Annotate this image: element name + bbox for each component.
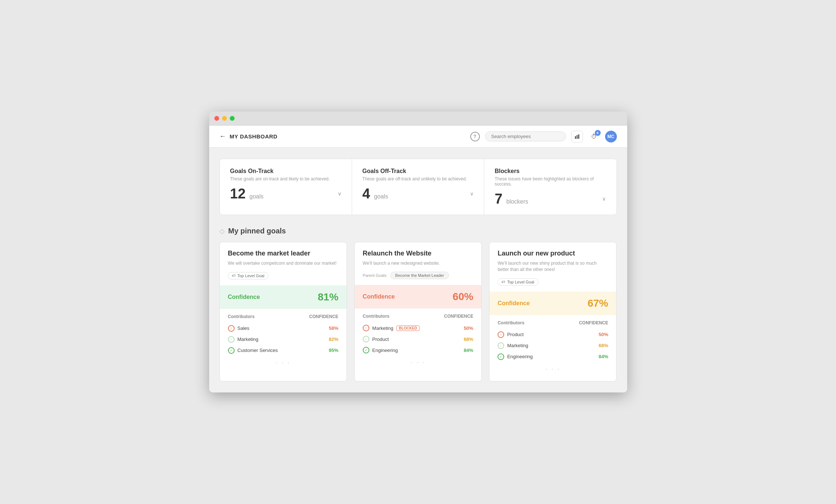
on-track-desc: These goals are on-track and likely to b…: [230, 176, 341, 181]
blockers-bottom: 7 blockers ∨: [495, 192, 606, 206]
off-track-count: 4 goals: [362, 187, 388, 201]
goal-title-3: Launch our new product: [498, 250, 608, 257]
status-icon-green-light: ✓: [498, 342, 504, 349]
contributor-left: ! Sales: [228, 325, 250, 332]
svg-rect-0: [575, 136, 576, 139]
blockers-chevron[interactable]: ∨: [602, 196, 606, 202]
goal-card-market-leader: Become the market leader We will overtak…: [219, 242, 347, 381]
notification-badge: 8: [595, 130, 601, 136]
off-track-title: Goals Off-Track: [362, 168, 474, 175]
goal-tag-3[interactable]: 🏷 Top Level Goal: [498, 278, 538, 286]
on-track-title: Goals On-Track: [230, 168, 341, 175]
contributor-left: ✓ Marketing: [228, 336, 259, 343]
chart-icon: [575, 134, 580, 139]
contributor-row: ✓ Marketing 82%: [228, 334, 338, 345]
svg-rect-1: [576, 135, 577, 139]
contributor-left: ✓ Marketing: [498, 342, 528, 349]
summary-card-blockers[interactable]: Blockers These issues have been highligh…: [484, 159, 616, 215]
confidence-label-2: Confidence: [363, 293, 395, 300]
contributor-left: ✓ Product: [363, 336, 389, 342]
avatar[interactable]: MC: [605, 131, 617, 142]
confidence-label-3: Confidence: [498, 300, 530, 307]
contributor-row: ! Product 50%: [498, 329, 608, 340]
goal-desc-3: We'll launch our new shiny product that …: [498, 260, 608, 273]
goal-card-relaunch-website: Relaunch the Website We'll launch a new …: [354, 242, 482, 381]
contributor-row: ✓ Engineering 84%: [498, 351, 608, 362]
status-icon-green: ✓: [363, 347, 369, 353]
goal-desc-1: We will overtake competicom and dominate…: [228, 260, 338, 267]
search-box: [485, 131, 566, 141]
contributor-left: ✓ Engineering: [498, 353, 533, 360]
summary-card-on-track[interactable]: Goals On-Track These goals are on-track …: [220, 159, 352, 215]
off-track-desc: These goals are off-track and unlikely t…: [362, 176, 474, 181]
tag-icon-1: 🏷: [232, 274, 236, 278]
status-icon-orange: !: [363, 325, 369, 331]
confidence-pct-1: 81%: [318, 291, 338, 303]
more-dots-3: · · ·: [498, 362, 608, 376]
contributor-left: ! Product: [498, 331, 524, 338]
notification-button[interactable]: ⏱ 8: [588, 131, 600, 142]
contributor-row: ✓ Engineering 84%: [363, 345, 473, 356]
status-icon-orange: !: [498, 331, 504, 338]
on-track-bottom: 12 goals ∨: [230, 187, 341, 201]
pin-icon: ◇: [219, 227, 225, 235]
contributor-row: ! Marketing BLOCKED 50%: [363, 323, 473, 334]
goal-tag-1[interactable]: 🏷 Top Level Goal: [228, 272, 268, 279]
contributor-row: ! Sales 58%: [228, 323, 338, 334]
tag-icon-3: 🏷: [502, 280, 505, 284]
on-track-count: 12 goals: [230, 187, 264, 201]
goal-card-new-product: Launch our new product We'll launch our …: [489, 242, 617, 381]
goal-card-top-2: Relaunch the Website We'll launch a new …: [355, 242, 481, 285]
header-left: ← MY DASHBOARD: [219, 133, 470, 140]
summary-card-off-track[interactable]: Goals Off-Track These goals are off-trac…: [352, 159, 484, 215]
pinned-header: ◇ My pinned goals: [219, 227, 617, 235]
status-icon-orange: !: [228, 325, 235, 332]
confidence-pct-2: 60%: [453, 291, 473, 303]
header-right: ? ⏱ 8 MC: [470, 131, 617, 142]
app-body: ← MY DASHBOARD ? ⏱ 8: [209, 126, 627, 392]
goal-desc-2: We'll launch a new redesigned website.: [363, 260, 473, 267]
close-dot[interactable]: [214, 116, 219, 121]
contributors-section-1: Contributors CONFIDENCE ! Sales 58%: [220, 309, 347, 375]
goal-tag-parent-2: Parent Goals: Become the Market Leader: [363, 272, 473, 279]
contributors-section-3: Contributors CONFIDENCE ! Product 50%: [489, 315, 616, 381]
header: ← MY DASHBOARD ? ⏱ 8: [209, 126, 627, 148]
search-input[interactable]: [491, 134, 560, 139]
contributor-left: ✓ Engineering: [363, 347, 398, 353]
maximize-dot[interactable]: [230, 116, 235, 121]
on-track-chevron[interactable]: ∨: [338, 191, 341, 197]
pinned-title: My pinned goals: [228, 227, 286, 235]
more-dots-1: · · ·: [228, 356, 338, 370]
contributor-left: ! Marketing BLOCKED: [363, 325, 420, 331]
contributor-left: ✓ Customer Services: [228, 347, 278, 354]
contributor-row: ✓ Marketing 68%: [498, 340, 608, 351]
main-content: Goals On-Track These goals are on-track …: [209, 148, 627, 392]
blockers-title: Blockers: [495, 168, 606, 175]
contributors-header-3: Contributors CONFIDENCE: [498, 320, 608, 325]
more-dots-2: · · ·: [363, 356, 473, 369]
confidence-bar-2: Confidence 60%: [355, 285, 481, 309]
summary-row: Goals On-Track These goals are on-track …: [219, 159, 617, 215]
contributors-section-2: Contributors CONFIDENCE ! Marketing BLOC…: [355, 309, 481, 374]
back-button[interactable]: ←: [219, 133, 226, 140]
page-title: MY DASHBOARD: [230, 133, 278, 140]
goal-card-top-1: Become the market leader We will overtak…: [220, 242, 347, 285]
blocked-badge: BLOCKED: [396, 325, 419, 331]
confidence-label-1: Confidence: [228, 294, 260, 300]
off-track-bottom: 4 goals ∨: [362, 187, 474, 201]
blockers-count: 7 blockers: [495, 192, 528, 206]
goal-card-top-3: Launch our new product We'll launch our …: [489, 242, 616, 291]
status-icon-green: ✓: [228, 347, 235, 354]
confidence-pct-3: 67%: [587, 297, 608, 309]
chart-icon-button[interactable]: [571, 131, 583, 142]
contributor-row: ✓ Product 68%: [363, 334, 473, 345]
contributor-row: ✓ Customer Services 95%: [228, 345, 338, 356]
goal-title-1: Become the market leader: [228, 250, 338, 257]
status-icon-green-light: ✓: [363, 336, 369, 342]
contributors-header-1: Contributors CONFIDENCE: [228, 314, 338, 319]
help-button[interactable]: ?: [470, 132, 480, 141]
minimize-dot[interactable]: [222, 116, 227, 121]
goal-cards-row: Become the market leader We will overtak…: [219, 242, 617, 381]
off-track-chevron[interactable]: ∨: [470, 191, 474, 197]
contributors-header-2: Contributors CONFIDENCE: [363, 314, 473, 319]
